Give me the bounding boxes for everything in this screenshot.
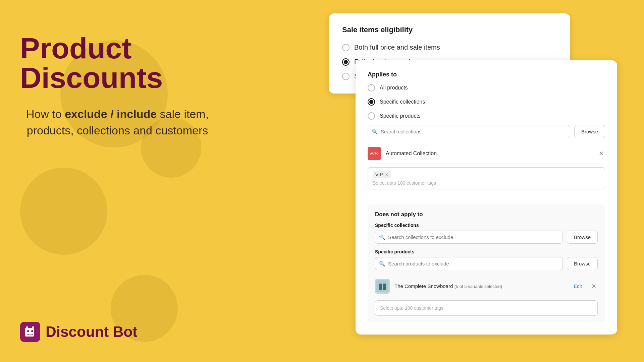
does-not-apply-title: Does not apply to	[375, 211, 598, 218]
subtitle: How to exclude / include sale item, prod…	[20, 106, 215, 139]
search-products-exclude-input[interactable]	[375, 257, 563, 270]
vip-tag: VIP ✕	[373, 171, 391, 178]
product-thumb	[375, 279, 390, 294]
applies-card: Applies to All products Specific collect…	[356, 60, 617, 335]
radio-both[interactable]: Both full price and sale items	[342, 44, 557, 51]
product-close-button[interactable]: ✕	[590, 281, 598, 291]
customer-tags-placeholder: Select upto 100 customer tags	[373, 180, 600, 186]
product-name: The Complete Snowboard	[394, 283, 453, 289]
radio-specific-collections[interactable]: Specific collections	[368, 98, 605, 106]
collection-thumb: AUTO	[368, 147, 381, 160]
search-collections-icon: 🔍	[372, 129, 378, 135]
collection-item: AUTO Automated Collection ✕	[368, 143, 605, 164]
customer-tags-input[interactable]: VIP ✕ Select upto 100 customer tags	[368, 167, 605, 189]
collection-close-button[interactable]: ✕	[597, 148, 605, 159]
left-section: Product Discounts How to exclude / inclu…	[20, 34, 215, 139]
browse-collections-exclude-button[interactable]: Browse	[567, 231, 598, 244]
brand-section: Discount Bot	[20, 322, 138, 342]
svg-point-1	[27, 330, 29, 332]
svg-point-2	[31, 330, 33, 332]
vip-tag-remove[interactable]: ✕	[385, 172, 388, 177]
radio-all-products-label: All products	[380, 85, 408, 91]
browse-products-exclude-button[interactable]: Browse	[567, 257, 598, 270]
svg-rect-6	[379, 284, 382, 290]
search-products-exclude-icon: 🔍	[379, 261, 385, 267]
eligibility-title: Sale items eligibility	[342, 25, 557, 34]
main-title: Product Discounts	[20, 34, 215, 93]
svg-rect-3	[26, 326, 28, 328]
section-divider	[368, 197, 605, 197]
decorative-circle-2	[20, 168, 107, 255]
browse-collections-button[interactable]: Browse	[574, 125, 605, 138]
radio-all-products-circle	[368, 84, 375, 92]
radio-sale-only-circle	[342, 73, 350, 80]
does-not-apply-section: Does not apply to Specific collections 🔍…	[368, 204, 605, 322]
search-products-exclude-row: 🔍 Browse	[375, 257, 598, 270]
cards-area: Sale items eligibility Both full price a…	[329, 13, 617, 94]
search-collections-exclude-input[interactable]	[375, 231, 563, 244]
radio-full-price-circle	[342, 58, 350, 66]
radio-specific-products-label: Specific products	[380, 113, 421, 119]
radio-specific-products[interactable]: Specific products	[368, 112, 605, 120]
radio-both-label: Both full price and sale items	[354, 44, 440, 51]
specific-collections-exclude-label: Specific collections	[375, 223, 598, 228]
discount-bot-icon	[23, 325, 37, 339]
svg-rect-5	[376, 280, 388, 292]
search-collections-exclude-icon: 🔍	[379, 234, 385, 240]
svg-rect-7	[383, 284, 386, 290]
brand-name: Discount Bot	[46, 323, 138, 340]
brand-icon	[20, 322, 40, 342]
radio-all-products[interactable]: All products	[368, 84, 605, 92]
search-products-exclude-wrap: 🔍	[375, 257, 563, 270]
specific-products-exclude-label: Specific products	[375, 249, 598, 254]
product-thumb-image	[376, 280, 388, 292]
search-collections-row: 🔍 Browse	[368, 125, 605, 138]
applies-to-title: Applies to	[368, 71, 605, 78]
radio-specific-collections-circle	[368, 98, 375, 106]
search-collections-input[interactable]	[368, 125, 570, 138]
collection-name: Automated Collection	[386, 150, 593, 157]
collection-thumb-label: AUTO	[370, 152, 378, 155]
applies-radio-group: All products Specific collections Specif…	[368, 84, 605, 120]
product-item: The Complete Snowboard (5 of 5 variants …	[375, 276, 598, 297]
radio-both-circle	[342, 44, 350, 51]
search-collections-exclude-wrap: 🔍	[375, 231, 563, 244]
product-variants: (5 of 5 variants selected)	[454, 284, 502, 289]
product-edit-button[interactable]: Edit	[574, 284, 582, 289]
product-info: The Complete Snowboard (5 of 5 variants …	[394, 283, 569, 289]
search-collections-wrap: 🔍	[368, 125, 570, 138]
radio-specific-products-circle	[368, 112, 375, 120]
search-collections-exclude-row: 🔍 Browse	[375, 231, 598, 244]
bottom-customer-tags-input[interactable]: Select upto 100 customer tags	[375, 300, 598, 316]
vip-tag-label: VIP	[375, 172, 383, 177]
radio-specific-collections-label: Specific collections	[380, 99, 425, 105]
svg-rect-4	[32, 326, 34, 328]
